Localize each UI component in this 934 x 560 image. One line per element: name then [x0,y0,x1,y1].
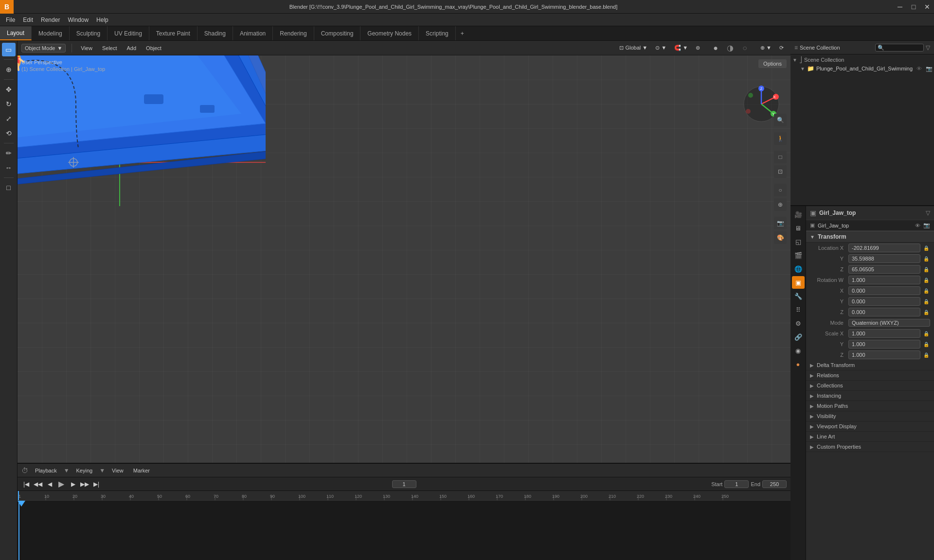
tab-uv-editing[interactable]: UV Editing [108,26,149,40]
rotation-x-input[interactable]: 0.000 [848,286,920,295]
start-frame-input[interactable]: 1 [724,480,749,488]
move-tool[interactable]: ✥ [2,83,16,96]
maximize-button[interactable]: □ [907,0,920,14]
tab-shading[interactable]: Shading [198,26,233,40]
viewport-view-menu[interactable]: View [78,44,95,52]
filter-icon[interactable]: ▽ [926,44,930,51]
object-props-icon[interactable]: ▣ [792,276,805,289]
timeline-content[interactable] [18,501,790,560]
tab-layout[interactable]: Layout [0,26,32,40]
location-x-input[interactable]: -202.81699 [848,244,920,252]
cursor-tool[interactable]: ⊕ [2,63,16,76]
viewport-display-header[interactable]: ▶ Viewport Display [806,421,934,431]
mode-dropdown[interactable]: Object Mode ▼ [21,44,66,52]
view-all-button[interactable]: □ [774,151,787,163]
custom-properties-header[interactable]: ▶ Custom Properties [806,442,934,452]
world-props-icon[interactable]: 🌐 [792,262,805,275]
scale-y-lock[interactable]: 🔒 [922,340,930,348]
render-settings-button[interactable]: 🎨 [774,231,787,244]
modifier-props-icon[interactable]: 🔧 [792,290,805,302]
motion-paths-header[interactable]: ▶ Motion Paths [806,401,934,411]
play-button[interactable]: ▶ [56,479,66,489]
tab-geometry-nodes[interactable]: Geometry Nodes [360,26,419,40]
scale-x-lock[interactable]: 🔒 [922,330,930,337]
object-visibility-icon[interactable]: 👁 [915,223,920,228]
jump-forward-button[interactable]: ▶▶ [80,479,90,489]
gizmo-toggle[interactable]: ⟳ [776,44,787,52]
transform-section-header[interactable]: ▼ Transform [806,231,934,243]
tab-compositing[interactable]: Compositing [314,26,361,40]
outliner-search[interactable] [875,44,924,52]
tab-texture-paint[interactable]: Texture Paint [149,26,198,40]
scale-z-lock[interactable]: 🔒 [922,351,930,359]
tab-scripting[interactable]: Scripting [419,26,456,40]
overlay-toggle[interactable]: ⊕ ▼ [757,44,774,52]
collection-visibility-button[interactable]: ○ [774,184,787,196]
object-data-props-icon[interactable]: ◉ [792,344,805,357]
tab-modeling[interactable]: Modeling [32,26,70,40]
scale-x-input[interactable]: 1.000 [848,329,920,338]
options-button[interactable]: Options [758,59,787,68]
constraints-props-icon[interactable]: 🔗 [792,331,805,343]
add-cube-tool[interactable]: □ [2,181,16,194]
location-y-input[interactable]: 35.59888 [848,254,920,263]
location-y-lock[interactable]: 🔒 [922,255,930,262]
solid-shading-button[interactable]: ● [709,41,722,55]
jump-back-button[interactable]: ◀◀ [33,479,43,489]
material-shading-button[interactable]: ◑ [723,41,737,55]
measure-tool[interactable]: ↔ [2,161,16,175]
walk-navigation-button[interactable]: 🚶 [774,132,787,145]
viewport-camera-button[interactable]: 📷 [774,217,787,229]
rotation-x-lock[interactable]: 🔒 [922,287,930,295]
viewport-transform-orientation[interactable]: ⊡ Global ▼ [616,44,650,52]
rotation-z-input[interactable]: 0.000 [848,308,920,316]
rotation-z-lock[interactable]: 🔒 [922,308,930,316]
rotation-mode-select[interactable]: Quaternion (WXYZ) [848,319,930,327]
step-back-button[interactable]: ◀ [45,479,54,489]
rotation-y-lock[interactable]: 🔒 [922,298,930,305]
instancing-header[interactable]: ▶ Instancing [806,391,934,401]
viewport-select-menu[interactable]: Select [99,44,120,52]
output-props-icon[interactable]: 🖥 [792,222,805,234]
3d-viewport[interactable]: User Perspective (1) Scene Collection | … [18,55,790,463]
scale-y-input[interactable]: 1.000 [848,340,920,349]
timeline-view-menu[interactable]: View [109,467,126,474]
minimize-button[interactable]: ─ [893,0,907,14]
eye-icon[interactable]: 👁 [916,66,922,71]
rendered-shading-button[interactable]: ○ [738,41,752,55]
line-art-header[interactable]: ▶ Line Art [806,432,934,441]
physics-props-icon[interactable]: ⚙ [792,317,805,330]
menu-render[interactable]: Render [37,16,64,24]
viewport-object-menu[interactable]: Object [143,44,164,52]
zoom-to-selected-button[interactable]: 🔍 [774,114,787,126]
render-props-icon[interactable]: 🎥 [792,208,805,221]
rotation-w-lock[interactable]: 🔒 [922,276,930,284]
select-box-tool[interactable]: ▭ [2,43,16,56]
add-workspace-button[interactable]: + [456,26,469,40]
rotate-tool[interactable]: ↻ [2,97,16,111]
collections-header[interactable]: ▶ Collections [806,381,934,390]
snap-button[interactable]: 🧲 ▼ [671,44,691,52]
pivot-point-button[interactable]: ⊙ ▼ [652,44,669,52]
menu-file[interactable]: File [2,16,19,24]
timeline-marker-menu[interactable]: Marker [130,467,153,474]
render-icon[interactable]: 📷 [926,66,933,72]
tab-rendering[interactable]: Rendering [273,26,314,40]
location-z-input[interactable]: 65.06505 [848,265,920,274]
overlay-settings-button[interactable]: ⊕ [774,198,787,211]
outliner-collection-item[interactable]: ▼ 📁 Plunge_Pool_and_Child_Girl_Swimming … [790,64,934,73]
scene-props-icon[interactable]: 🎬 [792,249,805,262]
view-layer-props-icon[interactable]: ◱ [792,235,805,248]
outliner-scene-item[interactable]: ▼ ⎦ Scene Collection [790,55,934,64]
tab-animation[interactable]: Animation [233,26,273,40]
tab-sculpting[interactable]: Sculpting [70,26,108,40]
scale-tool[interactable]: ⤢ [2,112,16,125]
rotation-w-input[interactable]: 1.000 [848,276,920,284]
delta-transform-header[interactable]: ▶ Delta Transform [806,360,934,370]
proportional-edit-button[interactable]: ⊚ [693,44,703,52]
visibility-header[interactable]: ▶ Visibility [806,411,934,421]
rotation-y-input[interactable]: 0.000 [848,297,920,306]
jump-to-end-button[interactable]: ▶| [91,479,101,489]
viewport-add-menu[interactable]: Add [124,44,140,52]
menu-edit[interactable]: Edit [19,16,37,24]
